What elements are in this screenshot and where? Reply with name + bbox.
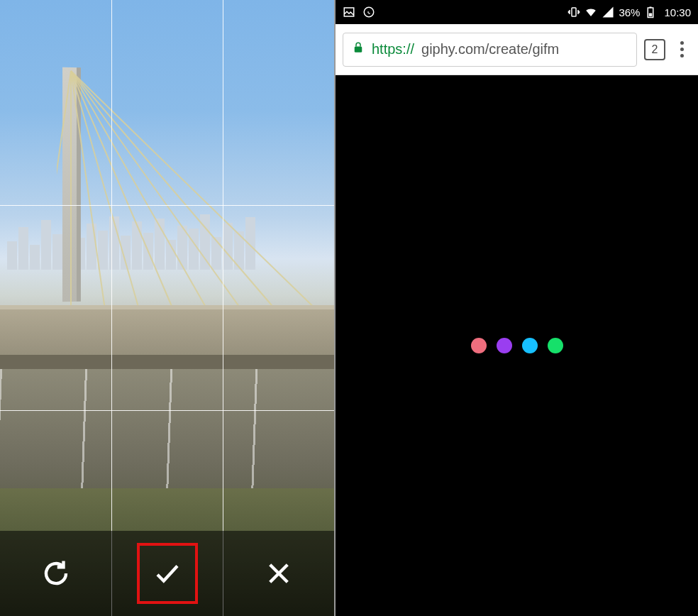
svg-line-7 [71, 71, 326, 319]
svg-line-2 [71, 71, 142, 319]
svg-rect-15 [650, 7, 652, 9]
crop-editor-screen [0, 0, 334, 616]
svg-line-6 [71, 71, 284, 319]
tab-count-label: 2 [652, 43, 658, 56]
lock-icon [352, 41, 365, 57]
svg-line-3 [71, 71, 177, 319]
vibrate-icon [567, 6, 580, 18]
skyline-decor [0, 199, 334, 270]
battery-percent: 36% [619, 6, 640, 18]
rotate-button[interactable] [28, 545, 84, 602]
close-icon [264, 559, 294, 588]
overflow-menu-button[interactable] [672, 41, 691, 57]
photo-preview[interactable] [0, 0, 334, 616]
url-bar[interactable]: https://giphy.com/create/gifm [343, 33, 637, 67]
wifi-icon [585, 6, 597, 18]
svg-rect-12 [572, 8, 576, 16]
loader-dot [497, 338, 512, 353]
page-content[interactable] [336, 75, 698, 616]
tab-switcher[interactable]: 2 [644, 39, 665, 60]
photo-notification-icon [343, 6, 355, 18]
url-scheme: https:// [372, 41, 414, 57]
loader-dot [548, 338, 563, 353]
svg-line-5 [71, 71, 248, 319]
battery-icon [644, 6, 657, 18]
svg-rect-16 [355, 47, 362, 53]
crop-toolbar [0, 531, 334, 616]
svg-line-4 [71, 71, 213, 319]
loading-indicator [471, 338, 563, 353]
rotate-icon [41, 559, 71, 588]
whatsapp-notification-icon [362, 6, 375, 18]
browser-toolbar: https://giphy.com/create/gifm 2 [336, 24, 698, 75]
svg-rect-14 [649, 13, 653, 17]
clock: 10:30 [664, 6, 691, 18]
android-statusbar: 36% 10:30 [336, 0, 698, 24]
browser-screen: 36% 10:30 https://giphy.com/create/gifm … [334, 0, 698, 616]
bridge-pylon [62, 67, 81, 302]
overpass [0, 305, 334, 369]
url-path: giphy.com/create/gifm [421, 41, 559, 57]
confirm-button[interactable] [139, 545, 196, 602]
loader-dot [522, 338, 538, 353]
signal-icon [602, 6, 614, 18]
check-icon [153, 559, 182, 588]
loader-dot [471, 338, 487, 353]
cancel-button[interactable] [250, 545, 307, 602]
